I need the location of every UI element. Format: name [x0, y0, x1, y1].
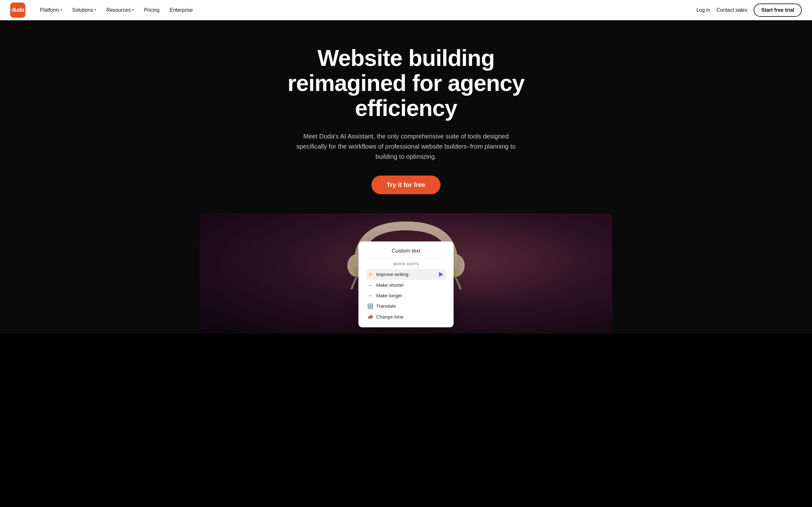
demo-background: Custom text QUICK EDITS ⚡ Improve writin… — [200, 213, 612, 334]
nav-label-resources: Resources — [106, 7, 131, 13]
tone-icon: 📣 — [367, 314, 373, 320]
popup-item-change-tone[interactable]: 📣 Change tone — [366, 312, 446, 322]
chevron-down-icon: ▾ — [60, 8, 62, 12]
nav-label-platform: Platform — [40, 7, 59, 13]
hero-inner: Website building reimagined for agency e… — [263, 20, 549, 213]
popup-card: Custom text QUICK EDITS ⚡ Improve writin… — [358, 241, 454, 327]
nav-item-pricing[interactable]: Pricing — [140, 5, 164, 15]
hero-title: Website building reimagined for agency e… — [273, 46, 539, 121]
demo-wrapper: Custom text QUICK EDITS ⚡ Improve writin… — [200, 213, 612, 334]
chevron-down-icon: ▾ — [94, 8, 96, 12]
demo-section: Custom text QUICK EDITS ⚡ Improve writin… — [0, 213, 812, 334]
arrows-out-icon: ↔ — [367, 293, 373, 298]
nav-label-solutions: Solutions — [72, 7, 93, 13]
nav-label-pricing: Pricing — [144, 7, 159, 13]
popup-title: Custom text — [366, 248, 446, 258]
hero-section: Website building reimagined for agency e… — [0, 0, 812, 334]
navigation: duda Platform ▾ Solutions ▾ Resources ▾ … — [0, 0, 812, 20]
hero-cta-button[interactable]: Try it for free — [371, 176, 441, 194]
chevron-down-icon: ▾ — [132, 8, 134, 12]
nav-right: Log in Contact sales Start free trial — [696, 3, 802, 17]
logo[interactable]: duda — [10, 3, 26, 18]
popup-item-translate[interactable]: 🔡 Translate — [366, 301, 446, 312]
logo-box: duda — [10, 3, 26, 18]
popup-item-make-longer[interactable]: ↔ Make longer — [366, 290, 446, 301]
popup-item-improve-writing[interactable]: ⚡ Improve writing — [366, 269, 446, 280]
nav-label-enterprise: Enterprise — [170, 7, 193, 13]
popup-item-label: Improve writing — [376, 272, 409, 277]
nav-links: Platform ▾ Solutions ▾ Resources ▾ Prici… — [36, 5, 696, 15]
contact-sales-link[interactable]: Contact sales — [716, 7, 747, 13]
popup-item-label: Translate — [376, 303, 396, 308]
nav-item-enterprise[interactable]: Enterprise — [165, 5, 197, 15]
translate-icon: 🔡 — [367, 303, 373, 309]
popup-item-label: Make longer — [376, 293, 403, 298]
login-link[interactable]: Log in — [696, 7, 710, 13]
nav-item-resources[interactable]: Resources ▾ — [102, 5, 138, 15]
hero-subtitle: Meet Duda's AI Assistant, the only compr… — [295, 131, 517, 162]
cursor-icon — [439, 272, 444, 277]
start-free-trial-button[interactable]: Start free trial — [754, 3, 802, 17]
nav-item-platform[interactable]: Platform ▾ — [36, 5, 67, 15]
popup-item-label: Change tone — [376, 314, 403, 320]
popup-item-make-shorter[interactable]: ↔ Make shorter — [366, 280, 446, 290]
logo-text: duda — [12, 7, 24, 13]
arrows-in-icon: ↔ — [367, 282, 373, 288]
nav-item-solutions[interactable]: Solutions ▾ — [68, 5, 101, 15]
popup-section-label: QUICK EDITS — [366, 262, 446, 266]
lightning-icon: ⚡ — [367, 272, 373, 277]
popup-item-label: Make shorter — [376, 282, 404, 288]
